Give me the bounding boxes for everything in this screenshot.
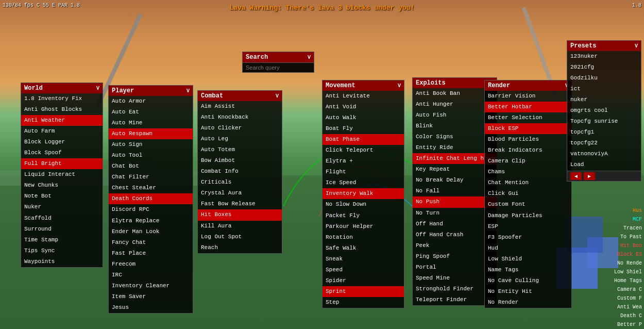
- list-item[interactable]: Fast Place: [109, 248, 193, 259]
- list-item[interactable]: Boat Phase: [323, 134, 404, 145]
- list-item[interactable]: Anti Weather: [21, 115, 103, 126]
- list-item[interactable]: Chat Bot: [109, 161, 193, 172]
- list-item[interactable]: Better Selection: [485, 112, 571, 123]
- list-item[interactable]: Barrier Vision: [485, 91, 571, 102]
- list-item[interactable]: Inventory Walk: [323, 188, 404, 199]
- list-item[interactable]: Jesus: [109, 302, 193, 313]
- list-item[interactable]: Log Out Spot: [198, 232, 282, 242]
- list-item[interactable]: Rotation: [323, 232, 404, 243]
- list-item[interactable]: Blood Particles: [485, 134, 571, 145]
- list-item[interactable]: Scaffold: [21, 213, 103, 224]
- list-item[interactable]: Chat Filter: [109, 172, 193, 183]
- list-item[interactable]: Inventory Cleaner: [109, 281, 193, 291]
- list-item[interactable]: Packet Fly: [323, 210, 404, 221]
- list-item[interactable]: Speed: [323, 265, 404, 275]
- list-item[interactable]: Auto Respawn: [109, 128, 193, 139]
- list-item[interactable]: Elytra Replace: [109, 216, 193, 226]
- list-item[interactable]: Safe Walk: [323, 243, 404, 254]
- list-item[interactable]: Auto Walk: [323, 112, 404, 123]
- list-item[interactable]: Full Bright: [21, 158, 103, 169]
- list-item[interactable]: Godzilku: [567, 73, 641, 84]
- list-item[interactable]: Parkour Helper: [323, 221, 404, 232]
- list-item[interactable]: Waypoints: [21, 256, 103, 267]
- list-item[interactable]: Hit Boxes: [198, 209, 282, 220]
- list-item[interactable]: Auto Eat: [109, 107, 193, 118]
- list-item[interactable]: Block ESP: [485, 123, 571, 134]
- search-input[interactable]: [243, 62, 314, 72]
- list-item[interactable]: omgrts cool: [567, 105, 641, 116]
- list-item[interactable]: 2021cfg: [567, 62, 641, 73]
- list-item[interactable]: Better Hotbar: [485, 102, 571, 112]
- list-item[interactable]: Ice Speed: [323, 177, 404, 188]
- list-item[interactable]: Death Coords: [109, 193, 193, 204]
- list-item[interactable]: Tips Sync: [21, 245, 103, 256]
- list-item[interactable]: Elytra +: [323, 156, 404, 167]
- list-item[interactable]: Crystal Aura: [198, 188, 282, 199]
- list-item[interactable]: Camera Clip: [485, 156, 571, 167]
- list-item[interactable]: Load: [567, 159, 641, 170]
- list-item[interactable]: Auto Armor: [109, 96, 193, 107]
- list-item[interactable]: Step: [323, 297, 404, 308]
- presets-prev-button[interactable]: ◄: [570, 172, 582, 180]
- list-item[interactable]: Click Gui: [485, 188, 571, 199]
- list-item[interactable]: Flight: [323, 167, 404, 177]
- list-item[interactable]: topcfg1: [567, 127, 641, 138]
- world-collapse-arrow[interactable]: V: [96, 86, 99, 91]
- list-item[interactable]: Item Saver: [109, 291, 193, 302]
- list-item[interactable]: Nuker: [21, 202, 103, 212]
- list-item[interactable]: vatnonoviyA: [567, 149, 641, 159]
- list-item[interactable]: Spider: [323, 275, 404, 286]
- list-item[interactable]: Fast Bow Release: [198, 199, 282, 209]
- list-item[interactable]: Sprint: [323, 286, 404, 297]
- list-item[interactable]: Auto Tool: [109, 150, 193, 161]
- list-item[interactable]: Aim Assist: [198, 101, 282, 112]
- movement-collapse-arrow[interactable]: V: [398, 83, 401, 89]
- list-item[interactable]: 123nuker: [567, 51, 641, 62]
- list-item[interactable]: New Chunks: [21, 180, 103, 191]
- combat-collapse-arrow[interactable]: V: [276, 93, 279, 99]
- list-item[interactable]: Combat Info: [198, 166, 282, 177]
- list-item[interactable]: Freecom: [109, 259, 193, 270]
- list-item[interactable]: nuker: [567, 94, 641, 105]
- list-item[interactable]: Boat Fly: [323, 123, 404, 134]
- list-item[interactable]: Topcfg sunrise: [567, 116, 641, 127]
- list-item[interactable]: Liquid Interact: [21, 169, 103, 180]
- list-item[interactable]: Surround: [21, 224, 103, 235]
- list-item[interactable]: Auto Leg: [198, 134, 282, 144]
- list-item[interactable]: Chest Stealer: [109, 183, 193, 193]
- presets-next-button[interactable]: ►: [584, 172, 595, 180]
- list-item[interactable]: ict: [567, 84, 641, 94]
- list-item[interactable]: IRC: [109, 270, 193, 281]
- player-collapse-arrow[interactable]: V: [187, 88, 190, 94]
- list-item[interactable]: Anti Levitate: [323, 91, 404, 102]
- presets-collapse-arrow[interactable]: V: [635, 43, 638, 49]
- list-item[interactable]: Auto Clicker: [198, 123, 282, 134]
- list-item[interactable]: Kill Aura: [198, 221, 282, 232]
- list-item[interactable]: Anti Knockback: [198, 112, 282, 123]
- list-item[interactable]: Block Logger: [21, 137, 103, 147]
- list-item[interactable]: Auto Sign: [109, 139, 193, 150]
- list-item[interactable]: Chat Mention: [485, 177, 571, 188]
- list-item[interactable]: Block Spoof: [21, 147, 103, 158]
- list-item[interactable]: Criticals: [198, 177, 282, 188]
- list-item[interactable]: Discord RPC: [109, 204, 193, 215]
- list-item[interactable]: Reach: [198, 242, 282, 253]
- list-item[interactable]: Time Stamp: [21, 235, 103, 245]
- list-item[interactable]: Ender Man Look: [109, 226, 193, 237]
- list-item[interactable]: Auto Mine: [109, 118, 193, 128]
- list-item[interactable]: Chams: [485, 167, 571, 177]
- list-item[interactable]: Anti Ghost Blocks: [21, 104, 103, 115]
- list-item[interactable]: Bow Aimbot: [198, 155, 282, 166]
- list-item[interactable]: Click Teleport: [323, 145, 404, 156]
- list-item[interactable]: Auto Farm: [21, 126, 103, 137]
- list-item[interactable]: Break Indicators: [485, 145, 571, 156]
- list-item[interactable]: 1.8 Inventory Fix: [21, 93, 103, 104]
- list-item[interactable]: Note Bot: [21, 191, 103, 202]
- list-item[interactable]: Auto Totem: [198, 144, 282, 155]
- list-item[interactable]: topcfg22: [567, 138, 641, 149]
- search-collapse-arrow[interactable]: V: [308, 55, 311, 60]
- list-item[interactable]: Sneak: [323, 254, 404, 265]
- list-item[interactable]: Fancy Chat: [109, 237, 193, 248]
- list-item[interactable]: Anti Void: [323, 102, 404, 112]
- list-item[interactable]: No Slow Down: [323, 199, 404, 210]
